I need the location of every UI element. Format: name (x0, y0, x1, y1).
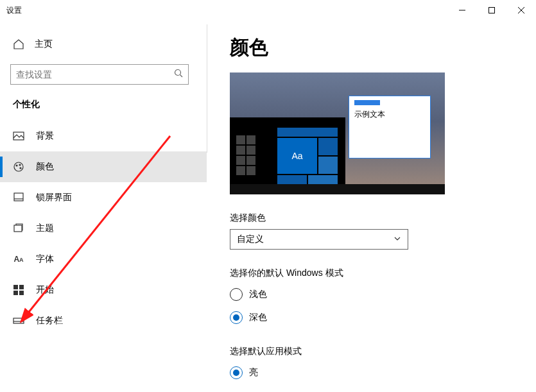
close-button[interactable] (506, 0, 536, 21)
sidebar-item-label: 字体 (36, 253, 54, 265)
svg-point-9 (19, 164, 21, 166)
radio-icon (230, 311, 243, 324)
themes-icon (13, 223, 24, 234)
svg-rect-13 (14, 225, 22, 232)
svg-rect-14 (13, 285, 18, 289)
sidebar-item-start[interactable]: 开始 (0, 275, 207, 305)
app-mode-label: 选择默认应用模式 (230, 346, 510, 357)
preview-aa-tile: Aa (277, 138, 317, 174)
radio-label: 亮 (249, 367, 258, 379)
maximize-button[interactable] (477, 0, 506, 21)
start-icon (13, 284, 24, 296)
sidebar-item-themes[interactable]: 主题 (0, 213, 207, 244)
svg-point-10 (20, 167, 21, 169)
sidebar-item-label: 锁屏界面 (36, 192, 72, 203)
radio-label: 深色 (249, 312, 267, 323)
svg-rect-11 (14, 193, 23, 201)
radio-icon (230, 288, 243, 301)
search-icon (174, 69, 183, 80)
page-title: 颜色 (230, 35, 510, 61)
window-buttons (447, 0, 536, 21)
choose-color-select[interactable]: 自定义 (230, 229, 408, 250)
content-area: 颜色 Aa 示例文本 选择颜色 自定义 选择你的默认 Windows 模式 浅 (207, 21, 536, 392)
sample-text: 示例文本 (354, 109, 425, 120)
svg-line-5 (180, 75, 183, 78)
color-preview: Aa 示例文本 (230, 72, 445, 194)
sidebar-item-label: 背景 (36, 130, 54, 142)
svg-rect-15 (19, 285, 24, 289)
sidebar-item-taskbar[interactable]: 任务栏 (0, 305, 207, 336)
sidebar-item-label: 颜色 (36, 161, 54, 173)
choose-color-label: 选择颜色 (230, 212, 510, 224)
svg-rect-17 (19, 291, 24, 295)
palette-icon (13, 161, 24, 173)
home-label: 主页 (35, 38, 53, 50)
taskbar-icon (13, 315, 24, 327)
sidebar: 主页 个性化 背景 颜色 锁屏界面 (0, 21, 207, 392)
windows-mode-label: 选择你的默认 Windows 模式 (230, 268, 510, 279)
sample-window: 示例文本 (349, 96, 431, 158)
windows-mode-option-light[interactable]: 浅色 (230, 284, 510, 305)
svg-rect-18 (13, 318, 24, 323)
sidebar-item-lockscreen[interactable]: 锁屏界面 (0, 182, 207, 213)
svg-rect-16 (13, 291, 18, 295)
sidebar-item-colors[interactable]: 颜色 (0, 151, 207, 182)
svg-point-7 (14, 162, 23, 171)
home-icon (13, 38, 24, 50)
fonts-icon: AA (13, 253, 24, 265)
svg-point-8 (16, 165, 17, 166)
search-field[interactable] (16, 69, 174, 80)
sidebar-item-background[interactable]: 背景 (0, 121, 207, 151)
image-icon (13, 130, 24, 142)
radio-icon (230, 366, 243, 379)
titlebar: 设置 (0, 0, 536, 21)
sidebar-item-fonts[interactable]: AA 字体 (0, 244, 207, 275)
choose-color-value: 自定义 (237, 234, 264, 245)
search-input[interactable] (10, 64, 189, 85)
chevron-down-icon (393, 234, 401, 244)
windows-mode-option-dark[interactable]: 深色 (230, 307, 510, 328)
sidebar-item-home[interactable]: 主页 (0, 32, 207, 56)
section-heading: 个性化 (0, 94, 207, 117)
window-title: 设置 (6, 5, 22, 16)
app-mode-option-light[interactable]: 亮 (230, 362, 510, 383)
sidebar-item-label: 主题 (36, 223, 54, 234)
sidebar-item-label: 任务栏 (36, 315, 63, 327)
lockscreen-icon (13, 192, 24, 203)
minimize-button[interactable] (447, 0, 477, 21)
svg-point-4 (175, 70, 181, 76)
svg-rect-1 (489, 8, 495, 13)
nav-list: 背景 颜色 锁屏界面 主题 AA 字体 开始 (0, 121, 207, 336)
sidebar-item-label: 开始 (36, 284, 54, 296)
radio-label: 浅色 (249, 289, 267, 300)
